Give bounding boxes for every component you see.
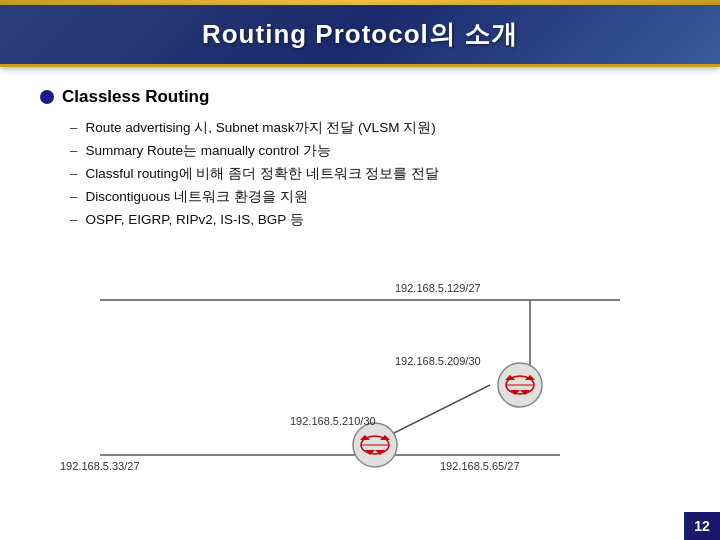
slide: Routing Protocol의 소개 Classless Routing R… <box>0 0 720 540</box>
slide-title: Routing Protocol의 소개 <box>202 17 518 52</box>
svg-text:192.168.5.65/27: 192.168.5.65/27 <box>440 460 520 472</box>
bullet-item-3: Classful routing에 비해 좀더 정확한 네트워크 정보를 전달 <box>70 163 680 186</box>
diagram-area: 192.168.5.129/27 192.168.5.209/30 192.16… <box>0 240 720 510</box>
bullet-item-2: Summary Route는 manually control 가능 <box>70 140 680 163</box>
diagram-svg: 192.168.5.129/27 192.168.5.209/30 192.16… <box>0 240 720 510</box>
svg-text:192.168.5.33/27: 192.168.5.33/27 <box>60 460 140 472</box>
bullet-item-1: Route advertising 시, Subnet mask까지 전달 (V… <box>70 117 680 140</box>
title-bar: Routing Protocol의 소개 <box>0 5 720 67</box>
bullet-list: Route advertising 시, Subnet mask까지 전달 (V… <box>70 117 680 232</box>
content-area: Classless Routing Route advertising 시, S… <box>0 67 720 242</box>
section-title: Classless Routing <box>62 87 209 107</box>
section-header: Classless Routing <box>40 87 680 107</box>
bullet-dot <box>40 90 54 104</box>
bullet-item-5: OSPF, EIGRP, RIPv2, IS-IS, BGP 등 <box>70 209 680 232</box>
svg-line-2 <box>380 385 490 440</box>
svg-text:192.168.5.209/30: 192.168.5.209/30 <box>395 355 481 367</box>
svg-text:192.168.5.210/30: 192.168.5.210/30 <box>290 415 376 427</box>
page-number: 12 <box>684 512 720 540</box>
bullet-item-4: Discontiguous 네트워크 환경을 지원 <box>70 186 680 209</box>
svg-text:192.168.5.129/27: 192.168.5.129/27 <box>395 282 481 294</box>
